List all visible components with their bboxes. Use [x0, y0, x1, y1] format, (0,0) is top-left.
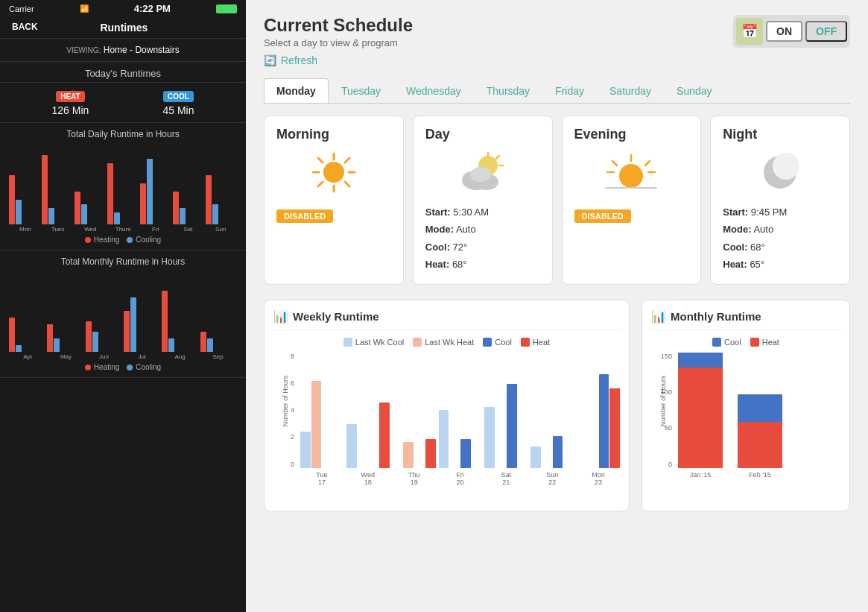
weekly-bar-heat: [379, 403, 390, 467]
monthly-cool-bar: [738, 394, 782, 421]
weekly-bar-last-wk-heat: [311, 381, 322, 467]
cool-bar: [212, 204, 218, 225]
cool-bar: [207, 338, 213, 352]
weekly-y-label: 6: [273, 379, 297, 387]
weekly-bar-heat: [425, 439, 436, 468]
svg-line-4: [318, 158, 323, 163]
weekly-bar-group: [300, 381, 343, 467]
daily-bar-group: [9, 175, 40, 224]
day-tab-thursday[interactable]: Thursday: [474, 78, 542, 103]
day-tab-saturday[interactable]: Saturday: [597, 78, 664, 103]
weekly-x-label: Mon23: [577, 471, 620, 486]
legend-color-box: [521, 338, 530, 347]
monthly-month-label: Jul: [123, 353, 161, 360]
legend-color-box: [413, 338, 422, 347]
heat-bar: [75, 192, 80, 224]
monthly-month-label: Sep: [199, 353, 237, 360]
day-tab-tuesday[interactable]: Tuesday: [329, 78, 393, 103]
daily-bar-group: [173, 192, 204, 224]
weekly-x-label: Fri20: [439, 471, 482, 486]
viewing-label: VIEWING:: [66, 46, 101, 54]
calendar-icon: 📅: [736, 18, 763, 45]
svg-line-21: [645, 161, 650, 165]
weekly-bar-cool: [460, 439, 471, 468]
back-button[interactable]: BACK: [12, 22, 38, 34]
monthly-x-label: Jan '15: [678, 471, 723, 479]
cool-bar: [81, 204, 87, 225]
schedule-card-evening[interactable]: Evening DISABLED: [562, 116, 702, 285]
daily-bar-group: [206, 175, 237, 224]
weekly-title-text: Weekly Runtime: [293, 310, 379, 323]
day-tab-sunday[interactable]: Sunday: [664, 78, 724, 103]
schedule-cards: Morning DISABLED Day Start: 5:30 AM Mod: [264, 116, 850, 285]
runtimes-title: Today's Runtimes: [0, 62, 246, 83]
on-off-toggle[interactable]: 📅 ON OFF: [733, 15, 850, 48]
daily-bar-group: [42, 155, 73, 225]
cool-bar: [16, 345, 22, 352]
cool-bar: [16, 200, 22, 224]
weekly-runtime-box: 📊 Weekly Runtime Last Wk Cool Last Wk He…: [264, 300, 630, 511]
monthly-legend-item: Cool: [712, 338, 741, 347]
daily-bar-group: [140, 159, 171, 224]
weekly-bar-last-wk-cool: [484, 407, 495, 467]
cool-bar: [48, 208, 54, 224]
monthly-y-label: 50: [651, 424, 675, 432]
weekly-legend-item: Last Wk Heat: [413, 338, 474, 347]
monthly-y-label: 150: [651, 353, 675, 360]
heat-bar: [9, 175, 15, 224]
toggle-on-button[interactable]: ON: [766, 21, 802, 42]
header-row: Current Schedule Select a day to view & …: [264, 15, 850, 48]
monthly-bar-chart: [6, 270, 240, 352]
refresh-button[interactable]: Refresh: [281, 54, 317, 66]
card-title: Morning: [276, 127, 391, 142]
toggle-off-button[interactable]: OFF: [805, 21, 847, 42]
heat-bar: [200, 332, 206, 353]
bar-chart-icon-monthly: 📊: [651, 309, 666, 324]
heating-legend-monthly: Heating: [85, 363, 119, 371]
day-tab-friday[interactable]: Friday: [542, 78, 597, 103]
carrier-label: Carrier: [9, 4, 34, 13]
day-tab-wednesday[interactable]: Wednesday: [393, 78, 474, 103]
card-title: Day: [425, 127, 540, 142]
weekly-bar-last-wk-cool: [346, 424, 357, 467]
weekly-legend-item: Heat: [521, 338, 550, 347]
weekly-bar-cool: [507, 384, 517, 467]
heat-legend-dot: [85, 237, 91, 243]
daily-day-label: Fri: [139, 226, 172, 233]
daily-chart-section: Total Daily Runtime in Hours MonTuesWedT…: [0, 123, 246, 250]
weekly-bar-last-wk-cool: [530, 447, 541, 468]
legend-label: Last Wk Cool: [355, 338, 404, 347]
weekly-y-label: 0: [273, 461, 297, 468]
monthly-month-label: Aug: [161, 353, 199, 360]
heat-bar: [124, 311, 130, 352]
day-tab-monday[interactable]: Monday: [264, 78, 329, 103]
card-info: Start: 5:30 AM Mode: Auto Cool: 72° Heat…: [425, 204, 540, 274]
heating-label-monthly: Heating: [94, 363, 119, 371]
cooling-legend: Cooling: [127, 236, 161, 244]
disabled-badge: DISABLED: [574, 209, 631, 223]
weekly-bar-last-wk-heat: [403, 442, 414, 468]
weekly-y-label: 2: [273, 433, 297, 441]
weekly-y-axis: 02468: [273, 353, 297, 468]
phone-status-bar: Carrier 📶 4:22 PM: [0, 0, 246, 17]
schedule-card-day[interactable]: Day Start: 5:30 AM Mode: Auto Cool: 72° …: [413, 116, 553, 285]
daily-day-label: Sat: [172, 226, 205, 233]
schedule-card-morning[interactable]: Morning DISABLED: [264, 116, 404, 285]
monthly-bar-group: [200, 332, 237, 353]
heat-legend-dot-monthly: [85, 365, 91, 370]
weekly-legend-item: Cool: [483, 338, 512, 347]
schedule-card-night[interactable]: Night Start: 9:45 PM Mode: Auto Cool: 68…: [710, 116, 850, 285]
cool-minutes: 45 Min: [162, 104, 194, 116]
weekly-x-labels: Tue17Wed18Thu19Fri20Sat21Sun22Mon23: [273, 471, 620, 486]
monthly-month-label: Jun: [85, 353, 123, 360]
monthly-title-text: Monthly Runtime: [671, 310, 761, 323]
daily-bar-group: [75, 192, 106, 224]
monthly-chart-section: Total Monthly Runtime in Hours AprMayJun…: [0, 250, 246, 378]
daily-chart-title: Total Daily Runtime in Hours: [6, 129, 240, 139]
phone-panel: Carrier 📶 4:22 PM BACK Runtimes VIEWING:…: [0, 0, 246, 612]
weekly-bars-wrapper: [273, 353, 620, 468]
header-left: Current Schedule Select a day to view & …: [264, 15, 413, 48]
cooling-label: Cooling: [136, 236, 161, 244]
monthly-bar-group: [47, 324, 83, 352]
monthly-bar-stack: [678, 353, 723, 468]
